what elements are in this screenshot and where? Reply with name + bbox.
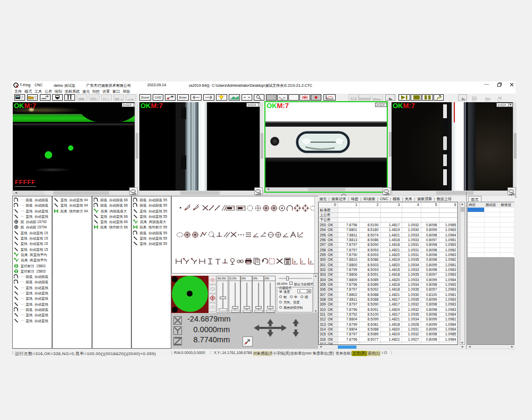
svg-text:x: x <box>294 259 296 264</box>
svg-text:r: r <box>302 259 303 264</box>
svg-text:z: z <box>310 259 312 264</box>
